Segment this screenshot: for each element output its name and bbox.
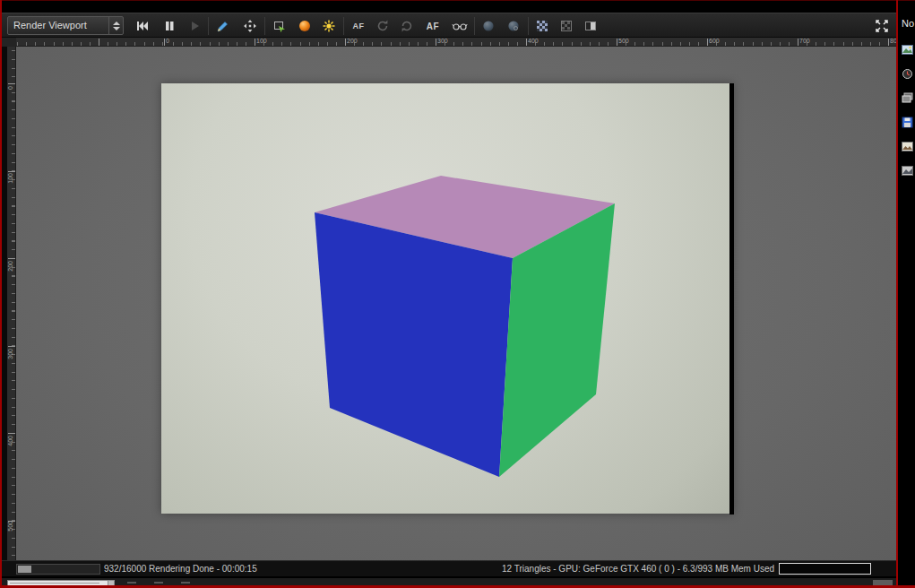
gallery-icon[interactable] bbox=[901, 140, 913, 152]
ruler-major-ticks bbox=[8, 47, 15, 560]
status-bar: 932/16000 Rendering Done - 00:00:15 12 T… bbox=[2, 560, 896, 576]
ruler-major-ticks bbox=[16, 39, 896, 46]
ruler-label: 500 bbox=[618, 38, 629, 44]
bottom-divider-mark bbox=[181, 582, 190, 584]
horizontal-ruler: 0 100 200 300 400 500 600 700 80 bbox=[16, 38, 896, 47]
viewport-mode-label: Render Viewport bbox=[13, 20, 87, 30]
ruler-label: 700 bbox=[799, 38, 810, 44]
adjustments-icon[interactable] bbox=[901, 164, 913, 177]
vertical-ruler: 0 100 200 300 400 500 bbox=[7, 47, 16, 560]
orb-pass-alt-icon[interactable] bbox=[504, 17, 523, 35]
ruler-label: 400 bbox=[7, 436, 13, 446]
memory-gauge bbox=[779, 563, 871, 575]
render-stats-text: 12 Triangles - GPU: GeForce GTX 460 ( 0 … bbox=[502, 561, 774, 577]
bottom-panel-truncated bbox=[2, 577, 896, 585]
play-icon[interactable] bbox=[185, 17, 204, 35]
af-button[interactable]: AF bbox=[421, 17, 445, 35]
refresh-icon[interactable] bbox=[373, 17, 393, 35]
viewport-mode-dropdown[interactable]: Render Viewport bbox=[7, 16, 124, 35]
toolbar-separator bbox=[208, 17, 209, 35]
ruler-label: 100 bbox=[256, 38, 267, 44]
window-border-left bbox=[0, 0, 2, 588]
ruler-label: 200 bbox=[347, 38, 358, 44]
ruler-label: 100 bbox=[7, 173, 13, 184]
right-panel-title: No bbox=[902, 18, 914, 29]
render-toolbar: Render Viewport bbox=[2, 13, 896, 38]
checkerboard-outline-icon[interactable] bbox=[557, 17, 576, 35]
toolbar-separator bbox=[343, 17, 344, 35]
ruler-label: 500 bbox=[7, 521, 13, 532]
ruler-label: 600 bbox=[709, 38, 720, 44]
right-panel-strip: No bbox=[898, 0, 915, 588]
viewport-mode-spinner[interactable] bbox=[108, 17, 123, 34]
pen-tool-icon[interactable] bbox=[213, 17, 233, 35]
spinner-down-icon[interactable] bbox=[113, 27, 120, 30]
ruler-label: 400 bbox=[528, 38, 539, 44]
ruler-label: 200 bbox=[7, 261, 13, 272]
ruler-label: 300 bbox=[437, 38, 448, 44]
bottom-divider-mark bbox=[127, 582, 136, 584]
toolbar-separator bbox=[528, 17, 529, 35]
toolbar-separator bbox=[474, 17, 475, 35]
bottom-divider-mark bbox=[154, 582, 163, 584]
glasses-icon[interactable] bbox=[450, 17, 470, 35]
layers-icon[interactable] bbox=[901, 91, 913, 104]
af-label: AF bbox=[427, 22, 439, 31]
render-progress-fill bbox=[18, 566, 31, 573]
material-ball-icon[interactable] bbox=[295, 17, 315, 35]
pan-tool-icon[interactable] bbox=[240, 17, 260, 35]
rendered-image bbox=[161, 83, 733, 514]
frame-snapshot-icon[interactable] bbox=[270, 17, 289, 35]
firefly-icon[interactable] bbox=[319, 17, 339, 35]
ruler-label: 0 bbox=[166, 38, 169, 44]
fullscreen-icon[interactable] bbox=[872, 17, 892, 35]
image-icon[interactable] bbox=[901, 43, 913, 56]
refresh-alt-icon[interactable] bbox=[397, 17, 417, 35]
render-viewport[interactable] bbox=[16, 47, 896, 560]
image-edge-bar bbox=[729, 83, 734, 514]
af-tonemap-label: AF bbox=[353, 22, 365, 30]
cube-left-face bbox=[161, 83, 733, 514]
render-progress-bar bbox=[16, 564, 100, 575]
save-icon[interactable] bbox=[901, 116, 913, 128]
toolbar-separator bbox=[264, 17, 265, 35]
af-tonemap-button[interactable]: AF bbox=[348, 17, 369, 35]
render-app-window: Render Viewport bbox=[0, 0, 915, 588]
split-view-icon[interactable] bbox=[581, 17, 600, 35]
spinner-up-icon[interactable] bbox=[113, 22, 120, 25]
skip-to-start-icon[interactable] bbox=[133, 17, 152, 35]
pause-icon[interactable] bbox=[160, 17, 179, 35]
panel-divider-red bbox=[896, 0, 898, 588]
orb-pass-icon[interactable] bbox=[479, 17, 498, 35]
alpha-checkerboard-icon[interactable] bbox=[532, 17, 552, 35]
ruler-corner bbox=[2, 38, 16, 47]
history-icon[interactable] bbox=[901, 67, 913, 80]
ruler-label: 0 bbox=[7, 86, 13, 90]
window-border-top bbox=[0, 0, 915, 1]
ruler-label: 300 bbox=[7, 349, 13, 359]
render-progress-text: 932/16000 Rendering Done - 00:00:15 bbox=[104, 561, 257, 577]
